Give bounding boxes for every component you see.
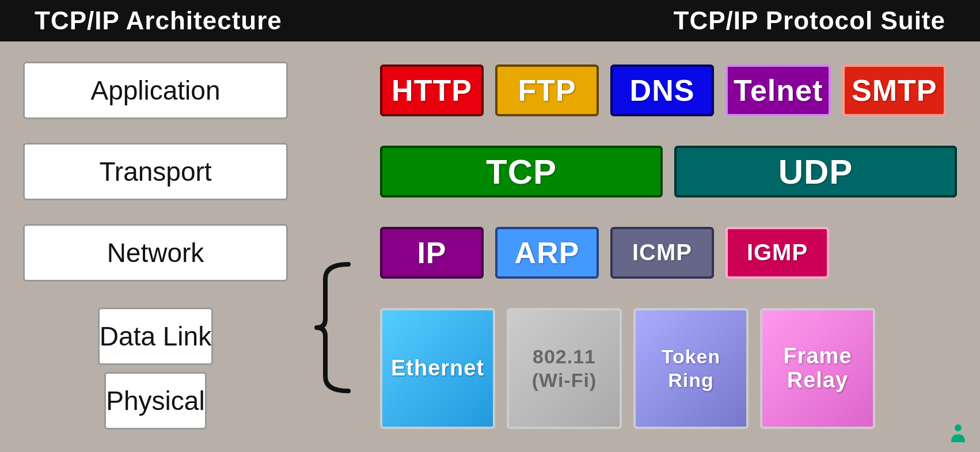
header-right-title: TCP/IP Protocol Suite	[674, 6, 945, 35]
application-row: HTTP FTP DNS Telnet SMTP	[380, 62, 957, 119]
proto-ftp: FTP	[495, 64, 599, 116]
header-left-title: TCP/IP Architecture	[35, 6, 282, 35]
protocol-panel: HTTP FTP DNS Telnet SMTP TCP UDP	[357, 41, 980, 452]
arch-transport: Transport	[23, 143, 288, 200]
arch-datalink-physical: Data Link Physical	[23, 305, 288, 432]
proto-ethernet: Ethernet	[380, 308, 495, 429]
main-content: Application Transport Network Data Link …	[0, 41, 980, 452]
proto-arp: ARP	[495, 227, 599, 279]
arch-datalink: Data Link	[98, 307, 213, 365]
proto-http: HTTP	[380, 64, 484, 116]
footer-icon	[948, 423, 968, 443]
brace-icon	[314, 261, 354, 394]
proto-telnet: Telnet	[725, 64, 831, 116]
arch-panel: Application Transport Network Data Link …	[0, 41, 311, 452]
proto-tcp: TCP	[380, 146, 663, 197]
svg-point-0	[955, 424, 962, 431]
combined-row: Ethernet 802.11(Wi-Fi) TokenRing FrameRe…	[380, 305, 957, 432]
proto-framerelay: FrameRelay	[760, 308, 875, 429]
network-row: IP ARP ICMP IGMP	[380, 224, 957, 282]
arch-network: Network	[23, 224, 288, 282]
proto-igmp: IGMP	[725, 227, 829, 279]
transport-row: TCP UDP	[380, 143, 957, 200]
proto-tokenring: TokenRing	[633, 308, 749, 429]
brace-area	[311, 41, 357, 452]
proto-wifi: 802.11(Wi-Fi)	[507, 308, 622, 429]
person-icon	[948, 423, 968, 443]
proto-smtp: SMTP	[842, 64, 946, 116]
proto-udp: UDP	[674, 146, 957, 197]
proto-icmp: ICMP	[610, 227, 714, 279]
arch-application: Application	[23, 62, 288, 119]
header: TCP/IP Architecture TCP/IP Protocol Suit…	[0, 0, 980, 41]
arch-physical: Physical	[104, 372, 206, 430]
proto-dns: DNS	[610, 64, 714, 116]
proto-ip: IP	[380, 227, 484, 279]
